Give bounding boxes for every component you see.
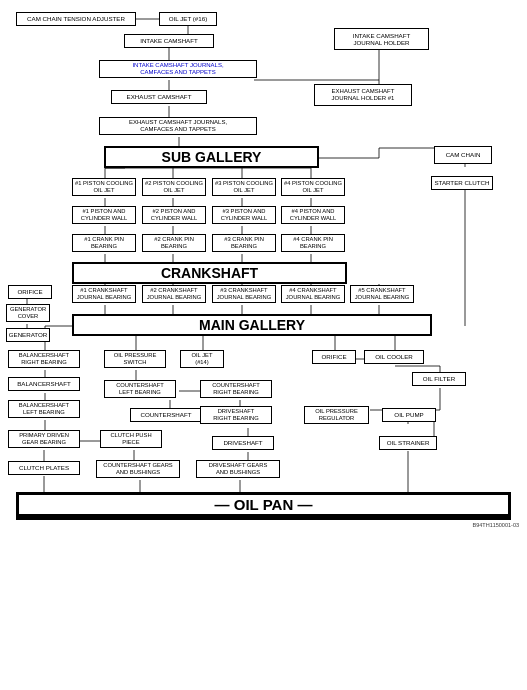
sub-gallery: SUB GALLERY	[104, 146, 319, 168]
piston4-cooling-oil-jet: #4 PISTON COOLING OIL JET	[281, 178, 345, 196]
oil-pressure-switch: OIL PRESSURE SWITCH	[104, 350, 166, 368]
primary-driven-gear-bearing: PRIMARY DRIVEN GEAR BEARING	[8, 430, 80, 448]
intake-camshaft: INTAKE CAMSHAFT	[124, 34, 214, 48]
balancershaft-right-bearing: BALANCERSHAFT RIGHT BEARING	[8, 350, 80, 368]
crank-pin-3: #3 CRANK PIN BEARING	[212, 234, 276, 252]
generator: GENERATOR	[6, 328, 50, 342]
piston4-cylinder-wall: #4 PISTON AND CYLINDER WALL	[281, 206, 345, 224]
piston3-cylinder-wall: #3 PISTON AND CYLINDER WALL	[212, 206, 276, 224]
cam-chain: CAM CHAIN	[434, 146, 492, 164]
crankshaft: CRANKSHAFT	[72, 262, 347, 284]
intake-camshaft-journal-holder: INTAKE CAMSHAFT JOURNAL HOLDER	[334, 28, 429, 50]
clutch-plates: CLUTCH PLATES	[8, 461, 80, 475]
connector-lines	[4, 4, 523, 682]
crank-pin-1: #1 CRANK PIN BEARING	[72, 234, 136, 252]
crankshaft-journal-1: #1 CRANKSHAFT JOURNAL BEARING	[72, 285, 136, 303]
crank-pin-4: #4 CRANK PIN BEARING	[281, 234, 345, 252]
oil-filter: OIL FILTER	[412, 372, 466, 386]
oil-strainer: OIL STRAINER	[379, 436, 437, 450]
piston2-cooling-oil-jet: #2 PISTON COOLING OIL JET	[142, 178, 206, 196]
oil-pump: OIL PUMP	[382, 408, 436, 422]
driveshaft-gears-bushings: DRIVESHAFT GEARS AND BUSHINGS	[196, 460, 280, 478]
cam-chain-tension-adjuster: CAM CHAIN TENSION ADJUSTER	[16, 12, 136, 26]
countershaft-left-bearing: COUNTERSHAFT LEFT BEARING	[104, 380, 176, 398]
driveshaft-right-bearing: DRIVESHAFT RIGHT BEARING	[200, 406, 272, 424]
exhaust-camshaft-journals: EXHAUST CAMSHAFT JOURNALS, CAMFACES AND …	[99, 117, 257, 135]
clutch-push-piece: CLUTCH PUSH PIECE	[100, 430, 162, 448]
crankshaft-journal-3: #3 CRANKSHAFT JOURNAL BEARING	[212, 285, 276, 303]
exhaust-camshaft-journal-holder: EXHAUST CAMSHAFT JOURNAL HOLDER #1	[314, 84, 412, 106]
orifice-left: ORIFICE	[8, 285, 52, 299]
starter-clutch: STARTER CLUTCH	[431, 176, 493, 190]
piston1-cylinder-wall: #1 PISTON AND CYLINDER WALL	[72, 206, 136, 224]
main-gallery: MAIN GALLERY	[72, 314, 432, 336]
oil-cooler: OIL COOLER	[364, 350, 424, 364]
oil-pan: — OIL PAN —	[16, 492, 511, 520]
crankshaft-journal-5: #5 CRANKSHAFT JOURNAL BEARING	[350, 285, 414, 303]
exhaust-camshaft: EXHAUST CAMSHAFT	[111, 90, 207, 104]
generator-cover: GENERATOR COVER	[6, 304, 50, 322]
crank-pin-2: #2 CRANK PIN BEARING	[142, 234, 206, 252]
crankshaft-journal-4: #4 CRANKSHAFT JOURNAL BEARING	[281, 285, 345, 303]
balancershaft: BALANCERSHAFT	[8, 377, 80, 391]
diagram-container: CAM CHAIN TENSION ADJUSTER OIL JET (#16)…	[0, 0, 527, 686]
piston2-cylinder-wall: #2 PISTON AND CYLINDER WALL	[142, 206, 206, 224]
countershaft: COUNTERSHAFT	[130, 408, 202, 422]
countershaft-right-bearing: COUNTERSHAFT RIGHT BEARING	[200, 380, 272, 398]
oil-jet-14: OIL JET (#14)	[180, 350, 224, 368]
doc-number: B94TH1150001-03	[473, 522, 519, 528]
flow-diagram: CAM CHAIN TENSION ADJUSTER OIL JET (#16)…	[4, 4, 523, 682]
oil-pressure-regulator: OIL PRESSURE REGULATOR	[304, 406, 369, 424]
balancershaft-left-bearing: BALANCERSHAFT LEFT BEARING	[8, 400, 80, 418]
crankshaft-journal-2: #2 CRANKSHAFT JOURNAL BEARING	[142, 285, 206, 303]
piston3-cooling-oil-jet: #3 PISTON COOLING OIL JET	[212, 178, 276, 196]
intake-camshaft-journals: INTAKE CAMSHAFT JOURNALS, CAMFACES AND T…	[99, 60, 257, 78]
oil-jet-16: OIL JET (#16)	[159, 12, 217, 26]
driveshaft: DRIVESHAFT	[212, 436, 274, 450]
orifice-right: ORIFICE	[312, 350, 356, 364]
countershaft-gears-bushings: COUNTERSHAFT GEARS AND BUSHINGS	[96, 460, 180, 478]
piston1-cooling-oil-jet: #1 PISTON COOLING OIL JET	[72, 178, 136, 196]
